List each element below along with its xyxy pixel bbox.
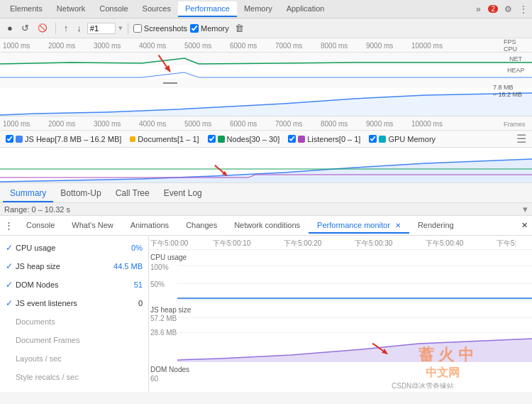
- console-tab-performance-monitor[interactable]: Performance monitor ✕: [309, 218, 409, 234]
- performance-monitor-panel: ✓ CPU usage 0% ✓ JS heap size 44.5 MB ✓ …: [0, 236, 532, 392]
- tab-network[interactable]: Network: [50, 1, 92, 17]
- upload-button[interactable]: ↑: [61, 21, 72, 35]
- top-tab-bar: Elements Network Console Sources Perform…: [0, 0, 532, 18]
- legend-nodes[interactable]: Nodes[30 – 30]: [208, 135, 280, 143]
- timeline-svg: NET HEAP 7.8 MB – 16.2 MB: [0, 53, 532, 116]
- timeline-ruler-bottom: 1000 ms 2000 ms 3000 ms 4000 ms 5000 ms …: [0, 116, 532, 131]
- svg-text:3000 ms: 3000 ms: [94, 42, 121, 50]
- performance-monitor-close[interactable]: ✕: [395, 222, 401, 229]
- svg-text:– 16.2 MB: – 16.2 MB: [493, 91, 522, 98]
- record-button[interactable]: ●: [4, 21, 16, 35]
- dropdown-arrow[interactable]: ▾: [118, 23, 123, 33]
- svg-text:7000 ms: 7000 ms: [275, 42, 302, 50]
- svg-rect-14: [0, 78, 532, 88]
- svg-text:CPU usage: CPU usage: [150, 253, 187, 261]
- bottom-tabs: Summary Bottom-Up Call Tree Event Log: [0, 183, 532, 203]
- dom-check-icon: ✓: [6, 280, 13, 290]
- svg-text:10000 ms: 10000 ms: [411, 42, 443, 50]
- range-dropdown-icon[interactable]: ▾: [523, 204, 528, 214]
- tab-memory[interactable]: Memory: [237, 1, 279, 17]
- legend-js-heap-dot: [16, 136, 23, 143]
- svg-text:6000 ms: 6000 ms: [230, 120, 257, 128]
- doc-frames-label: Document Frames: [16, 336, 143, 344]
- svg-text:1000 ms: 1000 ms: [3, 120, 30, 128]
- svg-text:下午5:00:40: 下午5:00:40: [426, 239, 464, 247]
- tab-performance[interactable]: Performance: [178, 1, 237, 17]
- svg-text:HEAP: HEAP: [507, 67, 525, 74]
- layouts-check-icon: ✓: [6, 354, 13, 364]
- metric-style-recalcs[interactable]: ✓ Style recalcs / sec: [0, 368, 148, 386]
- svg-text:1000 ms: 1000 ms: [3, 42, 30, 50]
- legend-gpu[interactable]: GPU Memory: [369, 135, 436, 143]
- console-tab-rendering[interactable]: Rendering: [409, 218, 462, 234]
- console-tab-animations[interactable]: Animations: [122, 218, 177, 234]
- tab-summary[interactable]: Summary: [3, 185, 53, 202]
- svg-text:Frames: Frames: [504, 121, 526, 128]
- legend-listeners-dot: [298, 136, 305, 143]
- svg-text:蓄 火 中: 蓄 火 中: [419, 346, 474, 364]
- svg-text:下午5:00:00: 下午5:00:00: [150, 239, 189, 247]
- metric-dom-nodes[interactable]: ✓ DOM Nodes 51: [0, 275, 148, 294]
- time-axis-svg: 下午5:00:00 下午5:00:10 下午5:00:20 下午5:00:30 …: [149, 236, 532, 250]
- timeline-ruler-top: 1000 ms 2000 ms 3000 ms 4000 ms 5000 ms …: [0, 38, 532, 53]
- metrics-list: ✓ CPU usage 0% ✓ JS heap size 44.5 MB ✓ …: [0, 236, 149, 392]
- svg-text:4000 ms: 4000 ms: [139, 42, 166, 50]
- metric-js-listeners[interactable]: ✓ JS event listeners 0: [0, 294, 148, 312]
- console-tab-whats-new[interactable]: What's New: [63, 218, 121, 234]
- more-options-icon[interactable]: ⋮: [518, 4, 529, 15]
- svg-text:下午5:00:10: 下午5:00:10: [213, 239, 251, 247]
- settings-icon[interactable]: ⚙: [502, 4, 514, 15]
- range-bar: Range: 0 – 10.32 s ▾: [0, 203, 532, 216]
- memory-checkbox[interactable]: Memory: [190, 24, 229, 33]
- clear-button[interactable]: 🚫: [35, 22, 50, 34]
- js-listeners-label: JS event listeners: [16, 299, 107, 307]
- tab-event-log[interactable]: Event Log: [157, 185, 209, 202]
- svg-text:3000 ms: 3000 ms: [94, 120, 121, 128]
- style-check-icon: ✓: [6, 372, 13, 382]
- svg-text:CPU: CPU: [504, 45, 517, 53]
- tab-application[interactable]: Application: [279, 1, 332, 17]
- metric-js-heap[interactable]: ✓ JS heap size 44.5 MB: [0, 257, 148, 275]
- chart-time-axis: 下午5:00:00 下午5:00:10 下午5:00:20 下午5:00:30 …: [149, 236, 532, 250]
- tab-elements[interactable]: Elements: [3, 1, 50, 17]
- js-heap-value: 44.5 MB: [107, 262, 143, 271]
- js-listeners-value: 0: [107, 299, 143, 307]
- error-badge: 2: [488, 5, 498, 13]
- reload-button[interactable]: ↺: [18, 21, 32, 35]
- svg-text:10000 ms: 10000 ms: [411, 120, 443, 128]
- console-close-icon[interactable]: ✕: [517, 221, 532, 230]
- console-tab-network-conditions[interactable]: Network conditions: [226, 218, 309, 234]
- js-heap-label: JS heap size: [16, 262, 107, 271]
- svg-text:28.6 MB: 28.6 MB: [150, 329, 177, 337]
- legend-listeners[interactable]: Listeners[0 – 1]: [288, 135, 360, 143]
- legend-menu-icon[interactable]: ☰: [516, 132, 526, 146]
- legend-bar: JS Heap[7.8 MB – 16.2 MB] Documents[1 – …: [0, 131, 532, 148]
- svg-text:CSDN@冰雪奇缘站: CSDN@冰雪奇缘站: [392, 382, 455, 388]
- legend-js-heap[interactable]: JS Heap[7.8 MB – 16.2 MB]: [6, 135, 121, 143]
- memory-chart-svg: [0, 148, 532, 183]
- svg-text:9000 ms: 9000 ms: [366, 42, 393, 50]
- legend-documents[interactable]: Documents[1 – 1]: [130, 135, 199, 143]
- console-tab-changes[interactable]: Changes: [177, 218, 226, 234]
- tab-sources[interactable]: Sources: [135, 1, 178, 17]
- tab-bottom-up[interactable]: Bottom-Up: [53, 185, 108, 202]
- tab-console[interactable]: Console: [92, 1, 135, 17]
- layouts-label: Layouts / sec: [16, 354, 143, 363]
- cpu-usage-label: CPU usage: [16, 244, 107, 252]
- profile-input[interactable]: [87, 23, 116, 34]
- metric-cpu-usage[interactable]: ✓ CPU usage 0%: [0, 239, 148, 257]
- range-label: Range: 0 – 10.32 s: [4, 205, 70, 214]
- metric-layouts[interactable]: ✓ Layouts / sec: [0, 349, 148, 368]
- more-tabs-icon[interactable]: »: [472, 4, 484, 15]
- heap-check-icon: ✓: [6, 261, 13, 271]
- tab-call-tree[interactable]: Call Tree: [109, 185, 157, 202]
- metric-doc-frames[interactable]: ✓ Document Frames: [0, 331, 148, 349]
- svg-text:8000 ms: 8000 ms: [321, 42, 348, 50]
- trash-button[interactable]: 🗑: [232, 21, 247, 35]
- svg-text:60: 60: [150, 375, 159, 383]
- download-button[interactable]: ↓: [74, 21, 84, 35]
- console-tab-console[interactable]: Console: [18, 218, 63, 234]
- metric-documents[interactable]: ✓ Documents: [0, 312, 148, 331]
- console-menu-icon[interactable]: ⋮: [0, 220, 18, 231]
- screenshots-checkbox[interactable]: Screenshots: [133, 24, 187, 33]
